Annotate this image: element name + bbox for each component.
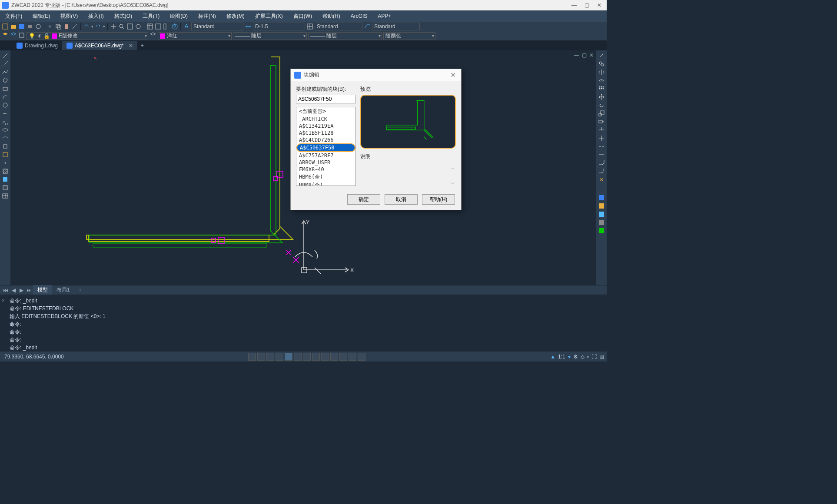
dim-style-combo[interactable]: D-1.5 [253,23,305,30]
palette-c-icon[interactable] [598,211,605,218]
line-icon[interactable] [2,52,9,59]
model-toggle[interactable] [339,353,347,361]
array-icon[interactable] [598,85,605,92]
tool-palette-icon[interactable] [163,23,170,30]
xline-icon[interactable] [2,60,9,67]
tab-prev-icon[interactable]: ◀ [10,287,17,293]
close-panel-icon[interactable]: × [2,297,5,305]
layer-prev-icon[interactable] [10,32,17,40]
menu-help[interactable]: 帮助(H) [320,12,343,21]
palette-d-icon[interactable] [598,219,605,226]
osnap-toggle[interactable] [285,353,292,361]
make-block-icon[interactable] [2,151,9,158]
chamfer-icon[interactable] [598,159,605,166]
dim-style-icon[interactable] [245,23,252,30]
list-item[interactable]: A$C4CDD7266 [296,136,355,143]
join-icon[interactable] [598,151,605,158]
hatch-icon[interactable] [2,168,9,175]
stretch-icon[interactable] [598,118,605,125]
layer-states-icon[interactable] [18,32,25,40]
copy-obj-icon[interactable] [598,60,605,67]
menu-file[interactable]: 文件(F) [3,12,25,21]
rectangle-icon[interactable] [2,85,9,92]
rotate-icon[interactable] [598,102,605,109]
anno-scale[interactable]: 1:1 [558,354,565,360]
plot-preview-icon[interactable] [35,23,42,30]
ellipse-icon[interactable] [2,126,9,133]
tab-model[interactable]: 模型 [33,285,52,295]
mirror-icon[interactable] [598,69,605,76]
scroll-up-icon[interactable]: ︿ [450,164,455,172]
list-item[interactable]: FM6X8~40 [296,166,355,173]
tab-drawing1[interactable]: Drawing1.dwg [12,41,62,50]
zoom-window-icon[interactable] [126,23,133,30]
zoom-icon[interactable] [118,23,125,30]
offset-icon[interactable] [598,77,605,84]
block-name-input[interactable] [296,95,356,103]
list-item[interactable]: ARROW_USER [296,159,355,166]
layer-combo[interactable]: 💡 ☀ 🔓 E版修改 [27,32,148,40]
multileader-style-combo[interactable]: Standard [372,23,420,30]
explode-icon[interactable] [598,176,605,183]
print-icon[interactable] [27,23,33,30]
redo-dropdown-icon[interactable]: ▾ [103,24,105,29]
palette-b-icon[interactable] [598,202,605,209]
text-style-combo[interactable]: Standard [191,23,243,30]
list-item-selected[interactable]: A$C50637F50 [296,143,355,152]
layer-tool-icon[interactable] [149,32,156,40]
anno-scale-icon[interactable]: ▲ [550,354,555,360]
list-item[interactable]: A$C134219EA [296,123,355,129]
zoom-prev-icon[interactable] [135,23,142,30]
palette-a-icon[interactable] [598,194,605,201]
erase-icon[interactable] [598,52,605,59]
tab-last-icon[interactable]: ⏭ [25,287,33,293]
table-style-combo[interactable]: Standard [315,23,362,30]
menu-draw[interactable]: 绘图(D) [167,12,190,21]
ducs-toggle[interactable] [303,353,311,361]
plotstyle-combo[interactable]: 随颜色 [383,32,435,40]
extra-toggle-a[interactable] [349,353,356,361]
color-combo[interactable]: 洋红 [158,32,232,40]
tab-layout1[interactable]: 布局1 [52,285,74,295]
menu-dimension[interactable]: 标注(N) [196,12,219,21]
menu-tools[interactable]: 工具(T) [140,12,162,21]
help-icon[interactable]: ? [171,23,178,30]
pan-icon[interactable] [110,23,117,30]
anno-vis-icon[interactable]: ▾ [568,354,571,360]
menu-ext-tools[interactable]: 扩展工具(X) [252,12,286,21]
add-tab-button[interactable]: + [137,41,147,50]
insert-block-icon[interactable] [2,143,9,150]
list-item[interactable]: A$C757A2BF7 [296,152,355,159]
minimize-icon[interactable]: — [571,2,577,8]
ok-button[interactable]: 确定 [347,194,380,205]
linetype-combo[interactable]: ——— 随层 [233,32,307,40]
menu-arcgis[interactable]: ArcGIS [348,12,370,20]
customize-icon[interactable]: ▤ [599,354,604,360]
menu-modify[interactable]: 修改(M) [224,12,247,21]
palette-e-icon[interactable] [598,227,605,234]
cycle-toggle[interactable] [330,353,338,361]
spline-icon[interactable] [2,118,9,125]
revcloud-icon[interactable] [2,110,9,117]
menu-format[interactable]: 格式(O) [112,12,135,21]
tab-add-layout[interactable]: + [74,286,86,295]
polygon-icon[interactable] [2,77,9,84]
tab-close-icon[interactable]: ✕ [129,43,133,49]
multileader-style-icon[interactable] [364,23,371,30]
table-icon[interactable] [2,192,9,199]
fillet-icon[interactable] [598,168,605,175]
list-item[interactable]: A$C1B5F1128 [296,129,355,136]
cancel-button[interactable]: 取消 [385,194,418,205]
undo-icon[interactable] [83,23,90,30]
dyn-toggle[interactable] [312,353,320,361]
command-window[interactable]: × 命令: _bedit 命令: EDITNESTEDBLOCK 输入 EDIT… [0,295,607,351]
ws-switch-icon[interactable]: ⚙ [573,354,578,360]
layer-manager-icon[interactable] [2,32,9,40]
text-style-icon[interactable]: A [183,23,190,30]
list-item[interactable]: HBM6(全) [296,173,355,181]
ortho-toggle[interactable] [266,353,274,361]
list-item[interactable]: <当前图形> [296,107,355,116]
ellipse-arc-icon[interactable] [2,135,9,142]
menu-insert[interactable]: 插入(I) [86,12,106,21]
list-item[interactable]: HBM8(全) [296,181,355,186]
